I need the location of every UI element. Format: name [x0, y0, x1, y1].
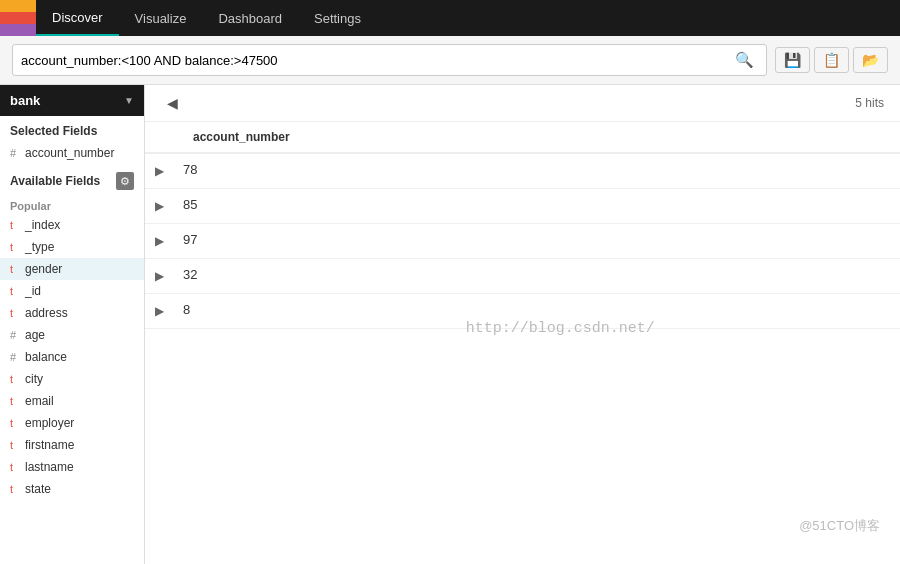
field-type-icon: # — [10, 147, 20, 159]
row-value: 8 — [177, 294, 900, 329]
field-gender[interactable]: t gender — [0, 258, 144, 280]
field-type-t-icon: t — [10, 285, 20, 297]
table-row: ▶ 32 — [145, 259, 900, 294]
row-value: 85 — [177, 189, 900, 224]
nav-settings[interactable]: Settings — [298, 0, 377, 36]
row-expand-button[interactable]: ▶ — [151, 267, 168, 285]
field-age[interactable]: # age — [0, 324, 144, 346]
nav-discover[interactable]: Discover — [36, 0, 119, 36]
field-state[interactable]: t state — [0, 478, 144, 500]
field-label: employer — [25, 416, 74, 430]
watermark2: @51CTO博客 — [799, 517, 880, 535]
load-search-button[interactable]: 📋 — [814, 47, 849, 73]
row-value: 97 — [177, 224, 900, 259]
field-type-t-icon: t — [10, 219, 20, 231]
table-row: ▶ 78 — [145, 153, 900, 189]
field-label: balance — [25, 350, 67, 364]
nav-visualize[interactable]: Visualize — [119, 0, 203, 36]
field-type-hash-icon: # — [10, 351, 20, 363]
field-type-t-icon: t — [10, 263, 20, 275]
field-label: firstname — [25, 438, 74, 452]
field-label: address — [25, 306, 68, 320]
field-type-t-icon: t — [10, 483, 20, 495]
field-employer[interactable]: t employer — [0, 412, 144, 434]
popular-subsection: Popular — [0, 194, 144, 214]
field-type-t-icon: t — [10, 417, 20, 429]
field-id[interactable]: t _id — [0, 280, 144, 302]
share-search-button[interactable]: 📂 — [853, 47, 888, 73]
expand-column-header — [145, 122, 177, 153]
content-area: ◀ 5 hits account_number ▶ 78 ▶ 85 — [145, 85, 900, 564]
main-layout: bank ▼ Selected Fields # account_number … — [0, 85, 900, 564]
table-row: ▶ 8 — [145, 294, 900, 329]
account-number-column-header: account_number — [177, 122, 900, 153]
field-email[interactable]: t email — [0, 390, 144, 412]
save-search-button[interactable]: 💾 — [775, 47, 810, 73]
row-value: 32 — [177, 259, 900, 294]
sidebar-index-header[interactable]: bank ▼ — [0, 85, 144, 116]
app-logo — [0, 0, 36, 36]
field-label: lastname — [25, 460, 74, 474]
row-expand-button[interactable]: ▶ — [151, 162, 168, 180]
field-type-t-icon: t — [10, 461, 20, 473]
search-button[interactable]: 🔍 — [731, 49, 758, 71]
field-label: state — [25, 482, 51, 496]
nav-items: Discover Visualize Dashboard Settings — [36, 0, 377, 36]
content-header: ◀ 5 hits — [145, 85, 900, 122]
row-expand-button[interactable]: ▶ — [151, 232, 168, 250]
selected-field-account-number[interactable]: # account_number — [0, 142, 144, 164]
field-type-t-icon: t — [10, 439, 20, 451]
field-balance[interactable]: # balance — [0, 346, 144, 368]
field-type-t-icon: t — [10, 241, 20, 253]
table-row: ▶ 97 — [145, 224, 900, 259]
table-header-row: account_number — [145, 122, 900, 153]
search-actions: 💾 📋 📂 — [775, 47, 888, 73]
table-row: ▶ 85 — [145, 189, 900, 224]
sidebar-dropdown-icon: ▼ — [124, 95, 134, 106]
field-label: age — [25, 328, 45, 342]
field-type-hash-icon: # — [10, 329, 20, 341]
field-firstname[interactable]: t firstname — [0, 434, 144, 456]
field-label: email — [25, 394, 54, 408]
top-nav: Discover Visualize Dashboard Settings — [0, 0, 900, 36]
row-expand-button[interactable]: ▶ — [151, 197, 168, 215]
field-type-t-icon: t — [10, 395, 20, 407]
field-label: _id — [25, 284, 41, 298]
nav-dashboard[interactable]: Dashboard — [202, 0, 298, 36]
field-city[interactable]: t city — [0, 368, 144, 390]
row-expand-button[interactable]: ▶ — [151, 302, 168, 320]
search-input[interactable] — [21, 53, 731, 68]
field-type[interactable]: t _type — [0, 236, 144, 258]
field-lastname[interactable]: t lastname — [0, 456, 144, 478]
field-label: city — [25, 372, 43, 386]
field-label: _index — [25, 218, 60, 232]
hits-count: 5 hits — [855, 96, 884, 110]
row-value: 78 — [177, 153, 900, 189]
field-type-t-icon: t — [10, 307, 20, 319]
gear-button[interactable]: ⚙ — [116, 172, 134, 190]
selected-fields-title: Selected Fields — [0, 116, 144, 142]
results-table: account_number ▶ 78 ▶ 85 ▶ 97 ▶ 32 — [145, 122, 900, 329]
field-address[interactable]: t address — [0, 302, 144, 324]
selected-field-label: account_number — [25, 146, 114, 160]
field-label: gender — [25, 262, 62, 276]
search-wrapper: 🔍 — [12, 44, 767, 76]
collapse-sidebar-button[interactable]: ◀ — [161, 93, 184, 113]
available-fields-title: Available Fields ⚙ — [0, 164, 144, 194]
sidebar: bank ▼ Selected Fields # account_number … — [0, 85, 145, 564]
field-label: _type — [25, 240, 54, 254]
sidebar-index-name: bank — [10, 93, 40, 108]
search-bar: 🔍 💾 📋 📂 — [0, 36, 900, 85]
field-index[interactable]: t _index — [0, 214, 144, 236]
field-type-t-icon: t — [10, 373, 20, 385]
